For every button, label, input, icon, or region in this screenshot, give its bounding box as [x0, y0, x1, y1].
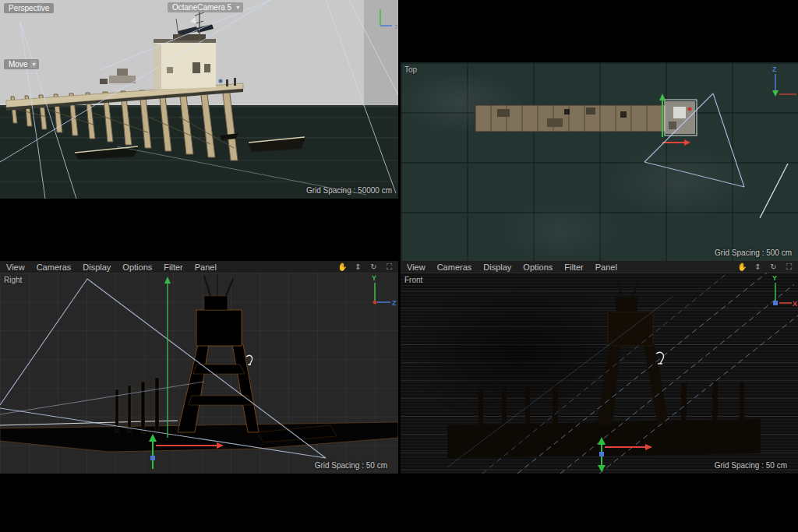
chevron-down-icon: ▾	[30, 61, 37, 68]
menu-cameras[interactable]: Cameras	[37, 262, 80, 272]
right-axis-gizmo: Y Z	[372, 274, 397, 307]
svg-text:X: X	[793, 300, 797, 308]
toggle-viewport-icon[interactable]: ⛶	[784, 261, 794, 273]
menu-filter[interactable]: Filter	[164, 262, 191, 272]
viewport-label-perspective[interactable]: Perspective	[4, 3, 54, 13]
grid-spacing-label: Grid Spacing : 50 cm	[315, 461, 387, 470]
pan-hand-icon[interactable]: ✋	[337, 261, 348, 273]
grid-spacing-label: Grid Spacing : 500 cm	[715, 248, 792, 257]
front-scene: Y X	[401, 273, 798, 474]
rotate-icon[interactable]: ↻	[369, 261, 379, 273]
viewport-top[interactable]: Z Top Grid Spacing : 500 cm	[401, 62, 798, 261]
menu-panel[interactable]: Panel	[595, 262, 626, 272]
viewport-label-front[interactable]: Front	[404, 276, 422, 284]
viewport-menubar-left: View Cameras Display Options Filter Pane…	[0, 261, 398, 273]
menu-filter[interactable]: Filter	[564, 262, 591, 272]
viewport-label-top[interactable]: Top	[404, 65, 417, 74]
svg-text:Z: Z	[392, 299, 397, 307]
menu-options[interactable]: Options	[122, 262, 161, 272]
tool-selector-move[interactable]: Move ▾	[4, 59, 39, 69]
grid-spacing-label: Grid Spacing : 50000 cm	[306, 186, 392, 195]
svg-text:Z: Z	[772, 65, 777, 73]
svg-text:Y: Y	[372, 274, 376, 282]
right-scene: Y Z	[0, 273, 398, 474]
svg-text:z: z	[394, 23, 398, 30]
letterbox-bottom	[0, 474, 798, 532]
front-axis-gizmo: Y X	[772, 274, 797, 308]
top-axis-gizmo: Z	[772, 65, 796, 97]
grid-spacing-label: Grid Spacing : 50 cm	[715, 461, 787, 470]
viewport-menubar-right: View Cameras Display Options Filter Pane…	[401, 261, 798, 273]
application-window: z Perspective OctaneCamera 5 ▾ Move ▾ Gr…	[0, 0, 798, 532]
rotate-icon[interactable]: ↻	[768, 261, 779, 273]
top-scene: Z	[401, 62, 798, 261]
chevron-down-icon: ▾	[235, 4, 241, 11]
viewport-perspective[interactable]: z Perspective OctaneCamera 5 ▾ Move ▾ Gr…	[0, 0, 398, 199]
menu-display[interactable]: Display	[83, 262, 119, 272]
menu-options[interactable]: Options	[523, 262, 561, 272]
menu-view[interactable]: View	[6, 262, 34, 272]
toggle-viewport-icon[interactable]: ⛶	[384, 261, 394, 273]
menu-view[interactable]: View	[407, 262, 434, 272]
perspective-scene: z	[0, 0, 398, 199]
dolly-icon[interactable]: ⇕	[753, 261, 763, 273]
camera-selector[interactable]: OctaneCamera 5 ▾	[168, 2, 243, 12]
viewport-label-right[interactable]: Right	[4, 276, 22, 284]
menu-display[interactable]: Display	[483, 262, 520, 272]
pan-hand-icon[interactable]: ✋	[737, 261, 747, 273]
menu-cameras[interactable]: Cameras	[437, 262, 481, 272]
viewport-right[interactable]: Y Z Right Grid Spacing : 50 cm	[0, 273, 398, 474]
dolly-icon[interactable]: ⇕	[353, 261, 363, 273]
svg-text:Y: Y	[772, 274, 777, 282]
viewport-front[interactable]: Y X Front Grid Spacing : 50 cm	[401, 273, 798, 474]
menu-panel[interactable]: Panel	[195, 262, 225, 272]
